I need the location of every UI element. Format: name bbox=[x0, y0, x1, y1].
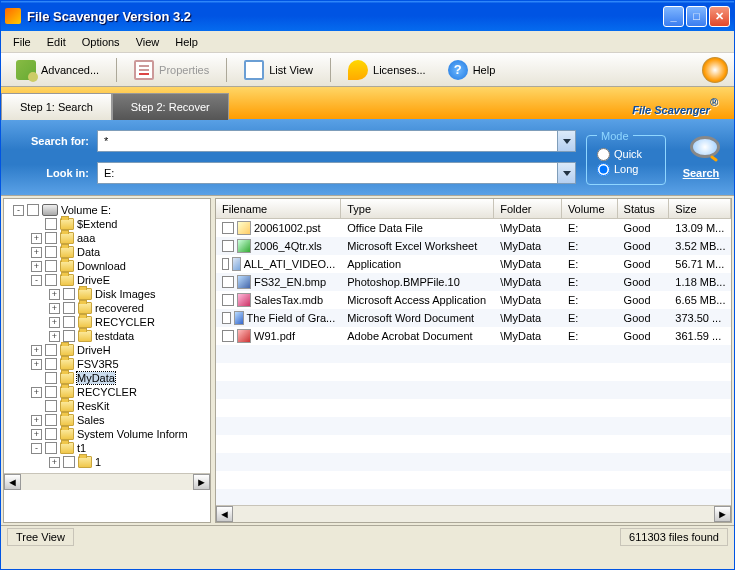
menu-help[interactable]: Help bbox=[167, 33, 206, 51]
checkbox[interactable] bbox=[63, 302, 75, 314]
dropdown-icon[interactable] bbox=[557, 163, 575, 183]
col-size[interactable]: Size bbox=[669, 199, 731, 218]
expander-icon[interactable]: + bbox=[49, 331, 60, 342]
searchfor-input[interactable] bbox=[98, 131, 557, 151]
expander-icon[interactable]: + bbox=[49, 303, 60, 314]
expander-icon[interactable]: + bbox=[49, 317, 60, 328]
lookin-input[interactable] bbox=[98, 163, 557, 183]
file-row[interactable]: 2006_4Qtr.xlsMicrosoft Excel Worksheet\M… bbox=[216, 237, 731, 255]
folder-tree[interactable]: -Volume E:$Extend+aaa+Data+Download-Driv… bbox=[3, 198, 211, 523]
checkbox[interactable] bbox=[222, 330, 234, 342]
expander-icon[interactable]: + bbox=[31, 429, 42, 440]
checkbox[interactable] bbox=[222, 276, 234, 288]
lookin-combo[interactable] bbox=[97, 162, 576, 184]
checkbox[interactable] bbox=[63, 288, 75, 300]
file-row[interactable]: SalesTax.mdbMicrosoft Access Application… bbox=[216, 291, 731, 309]
file-row[interactable]: W91.pdfAdobe Acrobat Document\MyDataE:Go… bbox=[216, 327, 731, 345]
tree-node[interactable]: MyData bbox=[6, 371, 208, 385]
menu-edit[interactable]: Edit bbox=[39, 33, 74, 51]
checkbox[interactable] bbox=[222, 294, 234, 306]
expander-icon[interactable]: + bbox=[31, 387, 42, 398]
tree-hscroll[interactable]: ◄► bbox=[4, 473, 210, 490]
file-list[interactable]: Filename Type Folder Volume Status Size … bbox=[215, 198, 732, 523]
properties-button[interactable]: Properties bbox=[125, 55, 218, 85]
mode-quick-radio[interactable]: Quick bbox=[597, 148, 655, 161]
tree-node[interactable]: +aaa bbox=[6, 231, 208, 245]
checkbox[interactable] bbox=[222, 312, 231, 324]
tab-recover[interactable]: Step 2: Recover bbox=[112, 93, 229, 120]
tree-node[interactable]: ResKit bbox=[6, 399, 208, 413]
checkbox[interactable] bbox=[63, 330, 75, 342]
checkbox[interactable] bbox=[27, 204, 39, 216]
checkbox[interactable] bbox=[45, 428, 57, 440]
search-button[interactable]: Search bbox=[682, 136, 720, 179]
expander-icon[interactable]: + bbox=[49, 289, 60, 300]
checkbox[interactable] bbox=[63, 456, 75, 468]
checkbox[interactable] bbox=[45, 232, 57, 244]
checkbox[interactable] bbox=[222, 222, 234, 234]
col-folder[interactable]: Folder bbox=[494, 199, 562, 218]
dropdown-icon[interactable] bbox=[557, 131, 575, 151]
tree-node[interactable]: -Volume E: bbox=[6, 203, 208, 217]
mode-long-radio[interactable]: Long bbox=[597, 163, 655, 176]
expander-icon[interactable]: - bbox=[31, 275, 42, 286]
tree-node[interactable]: +Data bbox=[6, 245, 208, 259]
tree-node[interactable]: +1 bbox=[6, 455, 208, 469]
expander-icon[interactable]: + bbox=[31, 233, 42, 244]
expander-icon[interactable]: + bbox=[31, 247, 42, 258]
maximize-button[interactable]: □ bbox=[686, 6, 707, 27]
file-row[interactable]: FS32_EN.bmpPhotoshop.BMPFile.10\MyDataE:… bbox=[216, 273, 731, 291]
expander-icon[interactable]: - bbox=[13, 205, 24, 216]
expander-icon[interactable]: + bbox=[31, 415, 42, 426]
expander-icon[interactable]: + bbox=[31, 359, 42, 370]
tree-node[interactable]: +testdata bbox=[6, 329, 208, 343]
tree-node[interactable]: +DriveH bbox=[6, 343, 208, 357]
col-filename[interactable]: Filename bbox=[216, 199, 341, 218]
tree-node[interactable]: +Disk Images bbox=[6, 287, 208, 301]
checkbox[interactable] bbox=[45, 246, 57, 258]
licenses-button[interactable]: Licenses... bbox=[339, 55, 435, 85]
list-hscroll[interactable]: ◄► bbox=[216, 505, 731, 522]
expander-icon[interactable]: + bbox=[31, 261, 42, 272]
tree-node[interactable]: +RECYCLER bbox=[6, 315, 208, 329]
col-status[interactable]: Status bbox=[618, 199, 670, 218]
checkbox[interactable] bbox=[45, 218, 57, 230]
searchfor-combo[interactable] bbox=[97, 130, 576, 152]
checkbox[interactable] bbox=[45, 400, 57, 412]
listview-button[interactable]: List View bbox=[235, 55, 322, 85]
tree-node[interactable]: -DriveE bbox=[6, 273, 208, 287]
tree-node[interactable]: +Download bbox=[6, 259, 208, 273]
menu-options[interactable]: Options bbox=[74, 33, 128, 51]
expander-icon[interactable]: + bbox=[31, 345, 42, 356]
tree-node[interactable]: +Sales bbox=[6, 413, 208, 427]
checkbox[interactable] bbox=[45, 260, 57, 272]
menu-view[interactable]: View bbox=[128, 33, 168, 51]
advanced-button[interactable]: Advanced... bbox=[7, 55, 108, 85]
file-row[interactable]: ALL_ATI_VIDEO...Application\MyDataE:Good… bbox=[216, 255, 731, 273]
checkbox[interactable] bbox=[45, 344, 57, 356]
expander-icon[interactable]: - bbox=[31, 443, 42, 454]
expander-icon[interactable]: + bbox=[49, 457, 60, 468]
tree-node[interactable]: $Extend bbox=[6, 217, 208, 231]
checkbox[interactable] bbox=[45, 414, 57, 426]
tree-node[interactable]: +recovered bbox=[6, 301, 208, 315]
file-row[interactable]: 20061002.pstOffice Data File\MyDataE:Goo… bbox=[216, 219, 731, 237]
col-type[interactable]: Type bbox=[341, 199, 494, 218]
tree-node[interactable]: -t1 bbox=[6, 441, 208, 455]
checkbox[interactable] bbox=[45, 442, 57, 454]
minimize-button[interactable]: _ bbox=[663, 6, 684, 27]
menu-file[interactable]: File bbox=[5, 33, 39, 51]
checkbox[interactable] bbox=[222, 258, 229, 270]
checkbox[interactable] bbox=[45, 274, 57, 286]
tab-search[interactable]: Step 1: Search bbox=[1, 93, 112, 120]
checkbox[interactable] bbox=[63, 316, 75, 328]
close-button[interactable]: ✕ bbox=[709, 6, 730, 27]
checkbox[interactable] bbox=[45, 358, 57, 370]
tree-node[interactable]: +System Volume Inform bbox=[6, 427, 208, 441]
checkbox[interactable] bbox=[45, 386, 57, 398]
help-button[interactable]: ?Help bbox=[439, 55, 505, 85]
file-row[interactable]: The Field of Gra...Microsoft Word Docume… bbox=[216, 309, 731, 327]
tree-node[interactable]: +RECYCLER bbox=[6, 385, 208, 399]
col-volume[interactable]: Volume bbox=[562, 199, 618, 218]
tree-node[interactable]: +FSV3R5 bbox=[6, 357, 208, 371]
